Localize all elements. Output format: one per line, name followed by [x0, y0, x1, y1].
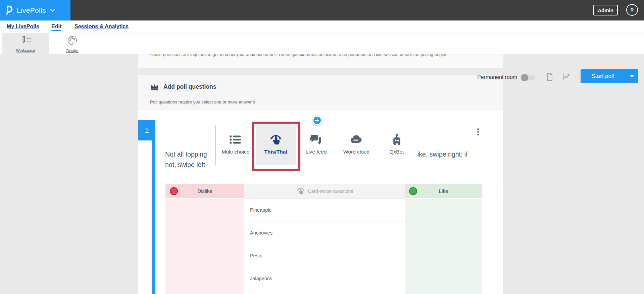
- caret-down-icon: [630, 75, 634, 78]
- card-swipe-column: Card-swipe questions Pineapple Anchovies…: [244, 184, 405, 294]
- app-title: LivePolls: [17, 6, 46, 14]
- type-option-label: QxBot: [389, 149, 404, 155]
- card-swipe-placeholder: Card-swipe questions: [308, 188, 353, 194]
- swipe-row-partial[interactable]: [244, 290, 405, 294]
- tab-design-label: Design: [66, 49, 79, 53]
- question-text-line2[interactable]: not, swipe left: [165, 161, 205, 169]
- question-text-fragment-right[interactable]: ike, swipe right; if: [417, 151, 468, 158]
- start-poll-button[interactable]: Start poll: [581, 69, 625, 83]
- admin-button[interactable]: Admin: [593, 5, 618, 15]
- profile-questions-section: Profile questions are inquiries to get t…: [138, 54, 503, 68]
- swipe-row-pesto[interactable]: Pesto: [244, 244, 405, 267]
- swipe-row-jalapenos[interactable]: Jalapeños: [244, 267, 405, 290]
- permanent-room-label: Permanent room: [477, 74, 517, 80]
- cloud-icon: [350, 133, 363, 146]
- swipe-icon: [269, 133, 283, 146]
- tab-workspace-label: Workspace: [16, 48, 35, 52]
- add-poll-questions-section: Add poll questions Poll questions requir…: [138, 75, 503, 110]
- profile-questions-description: Profile questions are inquiries to get t…: [149, 54, 485, 58]
- edit-toolbar: Workspace Design Permanent room: [0, 33, 644, 54]
- like-header-cell[interactable]: Like: [405, 184, 482, 199]
- nav-sessions-analytics[interactable]: Sessions & Analytics: [75, 24, 129, 30]
- tab-workspace[interactable]: Workspace: [2, 33, 49, 54]
- type-option-label: This/That: [264, 149, 288, 155]
- pen-list-icon: [19, 36, 32, 46]
- swipe-gray-icon: [296, 186, 305, 196]
- dislike-header-cell[interactable]: Dislike: [165, 184, 244, 199]
- list-icon: [230, 133, 242, 146]
- type-option-qxbot[interactable]: QxBot: [377, 125, 417, 165]
- type-option-label: Multi-choice: [222, 149, 250, 155]
- like-column: Like: [405, 184, 482, 294]
- robot-icon: [392, 133, 402, 146]
- start-poll-dropdown[interactable]: [625, 69, 638, 83]
- avatar[interactable]: R: [626, 4, 638, 16]
- questionpro-p-icon: [5, 4, 13, 16]
- type-option-live-feed[interactable]: Live feed: [296, 125, 336, 165]
- analytics-icon[interactable]: [562, 73, 571, 82]
- chat-icon: [310, 133, 322, 146]
- top-header: LivePolls Admin R: [0, 0, 644, 20]
- swipe-row-anchovies[interactable]: Anchovies: [244, 221, 405, 244]
- document-icon[interactable]: [546, 73, 553, 82]
- nav-my-livepolls[interactable]: My LivePolls: [7, 24, 39, 30]
- question-menu-button[interactable]: [475, 128, 481, 136]
- main-nav: My LivePolls Edit Sessions & Analytics: [0, 20, 644, 33]
- add-poll-questions-subtitle: Poll questions require you select one or…: [150, 99, 255, 104]
- dislike-label: Dislike: [197, 188, 212, 194]
- question-number-badge: 1: [138, 120, 155, 140]
- like-label: Like: [439, 188, 448, 194]
- type-option-label: Live feed: [306, 149, 327, 155]
- card-swipe-header-cell[interactable]: Card-swipe questions: [244, 184, 405, 199]
- question-text-fragment-left[interactable]: Not all topping: [165, 151, 207, 158]
- dislike-dot-icon: [170, 187, 178, 195]
- dislike-column: Dislike: [165, 184, 244, 294]
- type-option-word-cloud[interactable]: Word cloud: [336, 125, 377, 165]
- like-dot-icon: [409, 187, 417, 195]
- type-option-multi-choice[interactable]: Multi-choice: [215, 125, 256, 165]
- app-switcher[interactable]: LivePolls: [0, 0, 70, 20]
- crown-icon: [150, 83, 159, 92]
- type-option-this-that[interactable]: This/That: [256, 125, 296, 165]
- nav-edit[interactable]: Edit: [51, 24, 61, 31]
- add-question-button[interactable]: [312, 116, 322, 125]
- question-active-bar: [152, 140, 155, 294]
- palette-icon: [67, 36, 77, 47]
- permanent-room-toggle[interactable]: [522, 75, 535, 80]
- livepolls-edit-screen: LivePolls Admin R My LivePolls Edit Sess…: [0, 0, 644, 294]
- swipe-row-pineapple[interactable]: Pineapple: [244, 199, 405, 221]
- add-poll-questions-title: Add poll questions: [163, 83, 216, 90]
- tab-design[interactable]: Design: [49, 33, 96, 54]
- chevron-down-icon[interactable]: [50, 7, 55, 13]
- question-type-picker: Multi-choice This/That Live: [215, 125, 417, 165]
- type-option-label: Word cloud: [343, 149, 369, 155]
- toggle-knob: [521, 74, 528, 81]
